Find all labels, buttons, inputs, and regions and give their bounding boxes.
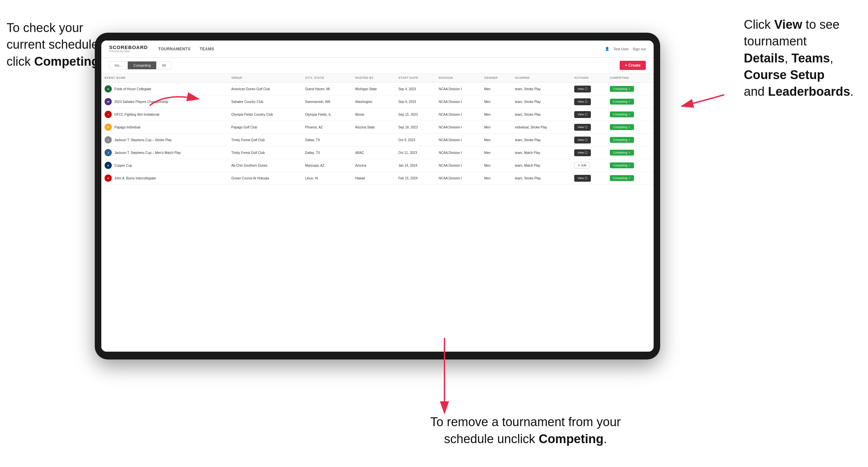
view-button[interactable]: View ⓘ — [574, 86, 591, 92]
scoring-cell: team, Stroke Play — [512, 172, 571, 185]
table-container: EVENT NAMEVENUECITY, STATEHOSTED BYSTART… — [101, 73, 654, 352]
start-date-cell: Oct 11, 2023 — [395, 147, 436, 159]
navbar: SCOREBOARD Powered by clippi TOURNAMENTS… — [101, 40, 654, 58]
event-name-cell: JJackson T. Stephens Cup – Men's Match P… — [101, 147, 228, 159]
view-button[interactable]: View ⓘ — [574, 149, 591, 156]
nav-links: TOURNAMENTS TEAMS — [158, 47, 605, 51]
filter-tabs: Ho... Competing All — [109, 61, 172, 69]
scoring-cell: team, Match Play — [512, 159, 571, 172]
event-name-text: OFCC Fighting Illini Invitational — [114, 113, 159, 116]
table-header-gender: GENDER — [481, 73, 512, 82]
table-row: IOFCC Fighting Illini InvitationalOlympi… — [101, 108, 654, 121]
tournaments-table: EVENT NAMEVENUECITY, STATEHOSTED BYSTART… — [101, 73, 654, 185]
event-name-cell: JJackson T. Stephens Cup – Stroke Play — [101, 134, 228, 147]
venue-cell: Trinity Forest Golf Club — [228, 134, 302, 147]
gender-cell: Men — [481, 108, 512, 121]
nav-right: 👤 Test User Sign out — [605, 47, 646, 51]
division-cell: NCAA Division I — [436, 159, 481, 172]
table-row: HJohn A. Burns IntercollegiateOcean Cour… — [101, 172, 654, 185]
table-header-row: EVENT NAMEVENUECITY, STATEHOSTED BYSTART… — [101, 73, 654, 82]
event-name-text: Jackson T. Stephens Cup – Stroke Play — [114, 138, 172, 142]
table-row: JJackson T. Stephens Cup – Stroke PlayTr… — [101, 134, 654, 147]
edit-button[interactable]: ✎ Edit — [574, 162, 590, 168]
table-row: ACopper CupAk-Chin Southern DunesMaricop… — [101, 159, 654, 172]
view-button[interactable]: View ⓘ — [574, 124, 591, 131]
gender-cell: Men — [481, 82, 512, 95]
event-name-cell: SFolds of Honor Collegiate — [101, 82, 228, 95]
competing-button[interactable]: Competing ✓ — [610, 86, 634, 92]
hosted-by-cell — [352, 134, 395, 147]
actions-cell: View ⓘ — [571, 95, 607, 108]
actions-cell: View ⓘ — [571, 134, 607, 147]
arrow-view-button — [675, 88, 727, 114]
view-button[interactable]: View ⓘ — [574, 175, 591, 182]
division-cell: NCAA Division I — [436, 95, 481, 108]
city-state-cell: Dallas, TX — [302, 134, 352, 147]
competing-button[interactable]: Competing ✓ — [610, 175, 634, 181]
signout-link[interactable]: Sign out — [633, 47, 646, 51]
scoring-cell: team, Stroke Play — [512, 108, 571, 121]
team-logo: J — [104, 136, 112, 144]
nav-tournaments[interactable]: TOURNAMENTS — [158, 47, 190, 51]
city-state-cell: Sammamish, WA — [302, 95, 352, 108]
gender-cell: Men — [481, 121, 512, 134]
nav-teams[interactable]: TEAMS — [200, 47, 214, 51]
division-cell: NCAA Division I — [436, 82, 481, 95]
start-date-cell: Sep 18, 2023 — [395, 121, 436, 134]
gender-cell: Men — [481, 95, 512, 108]
event-name-text: Folds of Honor Collegiate — [114, 87, 151, 91]
logo-title: SCOREBOARD — [109, 45, 148, 50]
tablet-screen: SCOREBOARD Powered by clippi TOURNAMENTS… — [101, 40, 654, 352]
venue-cell: American Dunes Golf Club — [228, 82, 302, 95]
tab-competing[interactable]: Competing — [128, 61, 156, 69]
venue-cell: Trinity Forest Golf Club — [228, 147, 302, 159]
venue-cell: Ocean Course At Hokuala — [228, 172, 302, 185]
competing-button[interactable]: Competing ✓ — [610, 162, 634, 168]
view-button[interactable]: View ⓘ — [574, 136, 591, 144]
scoring-cell: team, Stroke Play — [512, 95, 571, 108]
competing-button[interactable]: Competing ✓ — [610, 112, 634, 117]
team-logo: P — [104, 124, 112, 131]
start-date-cell: Sep 9, 2023 — [395, 95, 436, 108]
city-state-cell: Lihue, HI — [302, 172, 352, 185]
hosted-by-cell: Michigan State — [352, 82, 395, 95]
view-button[interactable]: View ⓘ — [574, 111, 591, 118]
competing-cell: Competing ✓ — [607, 82, 654, 95]
city-state-cell: Grand Haven, MI — [302, 82, 352, 95]
competing-button[interactable]: Competing ✓ — [610, 99, 634, 104]
table-header-event-name: EVENT NAME — [101, 73, 228, 82]
team-logo: I — [104, 111, 112, 118]
competing-cell: Competing ✓ — [607, 172, 654, 185]
actions-cell: View ⓘ — [571, 147, 607, 159]
division-cell: NCAA Division I — [436, 172, 481, 185]
division-cell: NCAA Division I — [436, 121, 481, 134]
hosted-by-cell: Illinois — [352, 108, 395, 121]
user-icon: 👤 — [605, 47, 610, 51]
gender-cell: Men — [481, 159, 512, 172]
actions-cell: View ⓘ — [571, 108, 607, 121]
table-header-actions: ACTIONS — [571, 73, 607, 82]
venue-cell: Papago Golf Club — [228, 121, 302, 134]
hosted-by-cell: ABAC — [352, 147, 395, 159]
event-name-cell: IOFCC Fighting Illini Invitational — [101, 108, 228, 121]
competing-button[interactable]: Competing ✓ — [610, 124, 634, 130]
division-cell: NCAA Division I — [436, 134, 481, 147]
competing-cell: Competing ✓ — [607, 95, 654, 108]
actions-cell: View ⓘ — [571, 121, 607, 134]
view-button[interactable]: View ⓘ — [574, 98, 591, 105]
tab-all[interactable]: All — [156, 61, 171, 69]
scoring-cell: team, Match Play — [512, 147, 571, 159]
city-state-cell: Olympia Fields, IL — [302, 108, 352, 121]
hosted-by-cell: Hawaii — [352, 172, 395, 185]
city-state-cell: Maricopa, AZ — [302, 159, 352, 172]
create-button[interactable]: + Create — [620, 61, 646, 70]
start-date-cell: Jan 14, 2024 — [395, 159, 436, 172]
table-header-start-date: START DATE — [395, 73, 436, 82]
start-date-cell: Sep 4, 2023 — [395, 82, 436, 95]
competing-button[interactable]: Competing ✓ — [610, 137, 634, 143]
competing-button[interactable]: Competing ✓ — [610, 150, 634, 156]
tab-home[interactable]: Ho... — [109, 61, 128, 69]
team-logo: W — [104, 98, 112, 105]
event-name-cell: ACopper Cup — [101, 159, 228, 172]
gender-cell: Men — [481, 147, 512, 159]
